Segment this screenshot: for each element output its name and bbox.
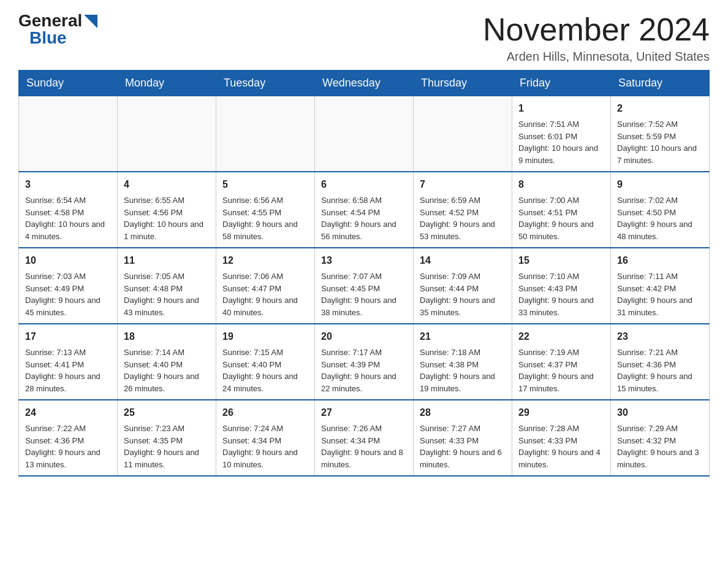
day-info: Sunrise: 7:09 AM Sunset: 4:44 PM Dayligh… xyxy=(420,270,506,318)
calendar-cell xyxy=(19,96,118,172)
day-number: 29 xyxy=(518,405,604,420)
day-info: Sunrise: 7:51 AM Sunset: 6:01 PM Dayligh… xyxy=(518,118,604,166)
day-number: 30 xyxy=(617,405,703,420)
day-info: Sunrise: 7:00 AM Sunset: 4:51 PM Dayligh… xyxy=(518,194,604,242)
day-number: 21 xyxy=(420,329,506,344)
day-number: 20 xyxy=(321,329,407,344)
day-number: 1 xyxy=(518,101,604,116)
calendar-cell: 18Sunrise: 7:14 AM Sunset: 4:40 PM Dayli… xyxy=(118,324,216,400)
day-number: 14 xyxy=(420,253,506,268)
day-number: 4 xyxy=(124,177,210,192)
day-info: Sunrise: 7:52 AM Sunset: 5:59 PM Dayligh… xyxy=(617,118,703,166)
calendar-body: 1Sunrise: 7:51 AM Sunset: 6:01 PM Daylig… xyxy=(19,96,710,477)
location-text: Arden Hills, Minnesota, United States xyxy=(483,50,710,64)
day-info: Sunrise: 7:13 AM Sunset: 4:41 PM Dayligh… xyxy=(25,347,111,394)
day-info: Sunrise: 7:17 AM Sunset: 4:39 PM Dayligh… xyxy=(321,347,407,394)
day-number: 18 xyxy=(124,329,210,344)
calendar-cell: 20Sunrise: 7:17 AM Sunset: 4:39 PM Dayli… xyxy=(315,324,414,400)
calendar-cell: 23Sunrise: 7:21 AM Sunset: 4:36 PM Dayli… xyxy=(611,324,710,400)
calendar-cell: 28Sunrise: 7:27 AM Sunset: 4:33 PM Dayli… xyxy=(414,400,512,476)
calendar-cell: 5Sunrise: 6:56 AM Sunset: 4:55 PM Daylig… xyxy=(216,172,315,248)
day-number: 24 xyxy=(25,405,111,420)
calendar-cell: 11Sunrise: 7:05 AM Sunset: 4:48 PM Dayli… xyxy=(118,248,216,324)
calendar-cell: 10Sunrise: 7:03 AM Sunset: 4:49 PM Dayli… xyxy=(19,248,118,324)
svg-marker-0 xyxy=(84,15,97,28)
calendar-cell: 22Sunrise: 7:19 AM Sunset: 4:37 PM Dayli… xyxy=(512,324,611,400)
calendar-week-1: 1Sunrise: 7:51 AM Sunset: 6:01 PM Daylig… xyxy=(19,96,710,172)
header-day-thursday: Thursday xyxy=(414,71,512,96)
logo-triangle-icon xyxy=(84,15,97,28)
day-info: Sunrise: 7:05 AM Sunset: 4:48 PM Dayligh… xyxy=(124,270,210,318)
calendar-week-2: 3Sunrise: 6:54 AM Sunset: 4:58 PM Daylig… xyxy=(19,172,710,248)
day-number: 8 xyxy=(518,177,604,192)
day-info: Sunrise: 7:27 AM Sunset: 4:33 PM Dayligh… xyxy=(420,423,506,470)
day-number: 22 xyxy=(518,329,604,344)
day-number: 10 xyxy=(25,253,111,268)
calendar-cell: 25Sunrise: 7:23 AM Sunset: 4:35 PM Dayli… xyxy=(118,400,216,476)
calendar-week-5: 24Sunrise: 7:22 AM Sunset: 4:36 PM Dayli… xyxy=(19,400,710,476)
day-number: 17 xyxy=(25,329,111,344)
header-day-tuesday: Tuesday xyxy=(216,71,315,96)
header-day-friday: Friday xyxy=(512,71,611,96)
day-number: 3 xyxy=(25,177,111,192)
header-day-wednesday: Wednesday xyxy=(315,71,414,96)
day-info: Sunrise: 7:21 AM Sunset: 4:36 PM Dayligh… xyxy=(617,347,703,394)
day-info: Sunrise: 7:14 AM Sunset: 4:40 PM Dayligh… xyxy=(124,347,210,394)
calendar-cell xyxy=(216,96,315,172)
calendar-cell: 12Sunrise: 7:06 AM Sunset: 4:47 PM Dayli… xyxy=(216,248,315,324)
day-number: 6 xyxy=(321,177,407,192)
day-info: Sunrise: 6:59 AM Sunset: 4:52 PM Dayligh… xyxy=(420,194,506,242)
calendar-cell: 7Sunrise: 6:59 AM Sunset: 4:52 PM Daylig… xyxy=(414,172,512,248)
calendar-cell: 4Sunrise: 6:55 AM Sunset: 4:56 PM Daylig… xyxy=(118,172,216,248)
day-info: Sunrise: 7:24 AM Sunset: 4:34 PM Dayligh… xyxy=(222,423,308,470)
day-number: 28 xyxy=(420,405,506,420)
day-number: 2 xyxy=(617,101,703,116)
day-info: Sunrise: 7:29 AM Sunset: 4:32 PM Dayligh… xyxy=(617,423,703,470)
day-info: Sunrise: 6:54 AM Sunset: 4:58 PM Dayligh… xyxy=(25,194,111,242)
calendar-header: SundayMondayTuesdayWednesdayThursdayFrid… xyxy=(19,71,710,96)
calendar-week-4: 17Sunrise: 7:13 AM Sunset: 4:41 PM Dayli… xyxy=(19,324,710,400)
calendar-cell: 15Sunrise: 7:10 AM Sunset: 4:43 PM Dayli… xyxy=(512,248,611,324)
calendar-cell: 30Sunrise: 7:29 AM Sunset: 4:32 PM Dayli… xyxy=(611,400,710,476)
header-day-sunday: Sunday xyxy=(19,71,118,96)
calendar-cell: 2Sunrise: 7:52 AM Sunset: 5:59 PM Daylig… xyxy=(611,96,710,172)
calendar-cell: 16Sunrise: 7:11 AM Sunset: 4:42 PM Dayli… xyxy=(611,248,710,324)
day-info: Sunrise: 7:10 AM Sunset: 4:43 PM Dayligh… xyxy=(518,270,604,318)
day-number: 11 xyxy=(124,253,210,268)
day-info: Sunrise: 7:18 AM Sunset: 4:38 PM Dayligh… xyxy=(420,347,506,394)
calendar-cell: 19Sunrise: 7:15 AM Sunset: 4:40 PM Dayli… xyxy=(216,324,315,400)
day-info: Sunrise: 7:15 AM Sunset: 4:40 PM Dayligh… xyxy=(222,347,308,394)
day-number: 26 xyxy=(222,405,308,420)
day-number: 19 xyxy=(222,329,308,344)
calendar-cell: 13Sunrise: 7:07 AM Sunset: 4:45 PM Dayli… xyxy=(315,248,414,324)
day-info: Sunrise: 7:22 AM Sunset: 4:36 PM Dayligh… xyxy=(25,423,111,470)
day-info: Sunrise: 7:06 AM Sunset: 4:47 PM Dayligh… xyxy=(222,270,308,318)
day-info: Sunrise: 7:26 AM Sunset: 4:34 PM Dayligh… xyxy=(321,423,407,470)
logo: General Blue xyxy=(18,12,97,47)
day-number: 25 xyxy=(124,405,210,420)
calendar-cell: 24Sunrise: 7:22 AM Sunset: 4:36 PM Dayli… xyxy=(19,400,118,476)
calendar-cell xyxy=(315,96,414,172)
day-info: Sunrise: 6:58 AM Sunset: 4:54 PM Dayligh… xyxy=(321,194,407,242)
day-info: Sunrise: 7:07 AM Sunset: 4:45 PM Dayligh… xyxy=(321,270,407,318)
day-info: Sunrise: 6:56 AM Sunset: 4:55 PM Dayligh… xyxy=(222,194,308,242)
day-number: 12 xyxy=(222,253,308,268)
day-info: Sunrise: 6:55 AM Sunset: 4:56 PM Dayligh… xyxy=(124,194,210,242)
header-day-monday: Monday xyxy=(118,71,216,96)
day-info: Sunrise: 7:19 AM Sunset: 4:37 PM Dayligh… xyxy=(518,347,604,394)
day-info: Sunrise: 7:23 AM Sunset: 4:35 PM Dayligh… xyxy=(124,423,210,470)
calendar-cell: 8Sunrise: 7:00 AM Sunset: 4:51 PM Daylig… xyxy=(512,172,611,248)
day-number: 27 xyxy=(321,405,407,420)
calendar-cell xyxy=(414,96,512,172)
day-info: Sunrise: 7:11 AM Sunset: 4:42 PM Dayligh… xyxy=(617,270,703,318)
day-info: Sunrise: 7:03 AM Sunset: 4:49 PM Dayligh… xyxy=(25,270,111,318)
day-number: 5 xyxy=(222,177,308,192)
logo-general-text: General xyxy=(18,12,82,29)
day-info: Sunrise: 7:28 AM Sunset: 4:33 PM Dayligh… xyxy=(518,423,604,470)
title-block: November 2024 Arden Hills, Minnesota, Un… xyxy=(483,12,710,64)
calendar-cell: 17Sunrise: 7:13 AM Sunset: 4:41 PM Dayli… xyxy=(19,324,118,400)
calendar-cell: 27Sunrise: 7:26 AM Sunset: 4:34 PM Dayli… xyxy=(315,400,414,476)
day-number: 15 xyxy=(518,253,604,268)
calendar-cell: 21Sunrise: 7:18 AM Sunset: 4:38 PM Dayli… xyxy=(414,324,512,400)
header-day-saturday: Saturday xyxy=(611,71,710,96)
